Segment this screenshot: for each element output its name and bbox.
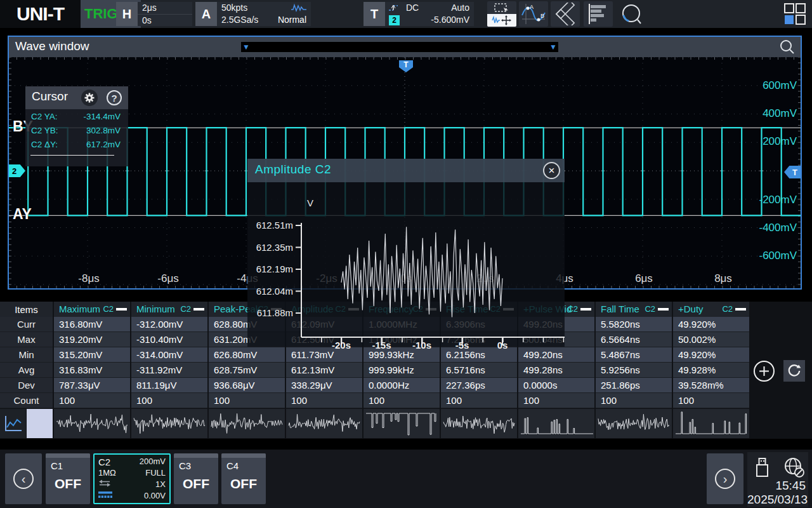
cursor-ab-button[interactable]: AB — [519, 1, 548, 27]
voltage-label: 600mV — [752, 80, 797, 91]
measure-legend-dash — [580, 308, 591, 311]
measure-cell-count: 100 — [131, 393, 207, 408]
measure-cell-dev: 227.36ps — [441, 378, 517, 393]
acquire-key[interactable]: A — [195, 2, 217, 26]
cursor-select-button[interactable] — [487, 1, 516, 27]
measure-cell-max: 50.002% — [673, 332, 749, 347]
self-cal-button[interactable] — [617, 1, 646, 27]
measure-cell-count: 100 — [441, 393, 517, 408]
cursor-ya-value: -314.4mV — [83, 112, 121, 121]
measure-cell-avg: 999.99kHz — [363, 363, 440, 378]
popup-title: Amplitude C2 — [255, 163, 331, 177]
time-label: -6μs — [146, 273, 190, 284]
acquire-waveform-icon — [291, 3, 307, 15]
card-strip — [46, 453, 90, 458]
horizontal-key[interactable]: H — [116, 2, 138, 26]
bottom-bar: ‹ C1 OFF C2 200mV 1MΩ FULL 1X 0.00V — [0, 448, 812, 508]
trend-chart-toggle[interactable] — [0, 409, 26, 438]
channel-3-id: C3 — [179, 460, 191, 471]
measure-channel: C2 — [103, 304, 114, 314]
trend-unit-label: V — [307, 197, 313, 208]
channel-2-scale: 200mV — [140, 457, 166, 466]
acquire-block[interactable]: A 50kpts 2.5GSa/s Normal — [195, 2, 311, 26]
wave-window-title: Wave window — [15, 39, 89, 53]
channel-3-card[interactable]: C3 OFF — [174, 453, 218, 504]
measure-sparkline — [673, 409, 749, 438]
measure-cell-min: 49.920% — [673, 347, 749, 363]
measure-channel: C2 — [180, 304, 191, 314]
measure-sparkline — [441, 409, 517, 438]
channel-4-card[interactable]: C4 OFF — [221, 453, 266, 504]
histogram-button[interactable] — [584, 1, 613, 27]
channel-1-card[interactable]: C1 OFF — [46, 453, 90, 504]
voltage-label: -200mV — [752, 194, 797, 206]
channels-next-button[interactable]: › — [707, 453, 743, 504]
measure-cell-avg: 49.928% — [673, 363, 749, 378]
network-disconnected-icon — [783, 456, 806, 481]
row-label-curr: Curr — [0, 317, 53, 332]
cursor-help-button[interactable]: ? — [107, 90, 122, 105]
measure-cell-curr: 5.5820ns — [596, 317, 672, 332]
time-label: 8μs — [701, 273, 745, 284]
chevron-left-icon: ‹ — [13, 469, 34, 489]
measure-legend-dash — [658, 308, 669, 311]
cursor-ya-label: C2 YA: — [31, 112, 58, 121]
measure-column-header[interactable]: Fall TimeC2 — [596, 302, 672, 317]
cursor-settings-button[interactable] — [81, 90, 98, 106]
measure-tools-icon — [553, 3, 577, 25]
scrollbar-left-marker-icon[interactable]: ▼ — [242, 42, 250, 52]
amplitude-trend-popup[interactable]: Amplitude C2 × 612.51m612.35m612.19m612.… — [247, 159, 565, 347]
measure-cell-dev: 936.68μV — [209, 378, 285, 393]
popup-body: 612.51m612.35m612.19m612.04m611.88m -20s… — [247, 182, 565, 347]
measure-cell-dev: 811.19μV — [131, 378, 207, 393]
channel-2-bandwidth: FULL — [145, 468, 166, 478]
trend-y-tick-label: 611.88m — [252, 308, 293, 318]
measure-column-header[interactable]: MinimumC2 — [131, 302, 207, 317]
channels-prev-button[interactable]: ‹ — [5, 453, 42, 504]
cursor-a-label[interactable]: AY — [13, 206, 32, 223]
window-zoom-button[interactable] — [779, 39, 796, 55]
measure-tools-button[interactable] — [551, 1, 580, 27]
measure-cell-dev: 39.528m% — [673, 378, 749, 393]
refresh-icon — [787, 363, 802, 378]
reset-statistics-button[interactable] — [783, 360, 805, 382]
measure-column-header[interactable]: MaximumC2 — [54, 302, 130, 317]
trigger-level-value: -5.600mV — [426, 14, 474, 26]
trigger-key[interactable]: T — [363, 2, 385, 26]
cursor-yb-label: C2 YB: — [31, 126, 58, 135]
channel-2-card[interactable]: C2 200mV 1MΩ FULL 1X 0.00V — [93, 453, 171, 504]
trend-x-tick-label: -15s — [364, 340, 400, 351]
channel-3-state: OFF — [174, 476, 218, 491]
cursor-dy-value: 617.2mV — [86, 140, 121, 149]
window-layout-button[interactable] — [780, 1, 809, 27]
horizontal-position-scrollbar[interactable]: ▼ ▼ — [241, 42, 558, 52]
measure-sparkline — [363, 409, 440, 438]
add-measure-button[interactable] — [754, 361, 775, 382]
trigger-block[interactable]: T DC Auto 2 -5.600mV — [363, 2, 474, 26]
row-label-max: Max — [0, 332, 53, 347]
measure-sparkline — [596, 409, 672, 438]
items-header: Items — [0, 302, 53, 317]
voltage-label: 200mV — [752, 136, 797, 147]
channel-4-id: C4 — [226, 460, 239, 471]
cursor-row-ya: C2 YA: -314.4mV — [25, 110, 128, 124]
trigger-source-badge: 2 — [389, 15, 400, 25]
trigger-slope-icon — [388, 3, 402, 15]
cursor-panel[interactable]: Cursor ? C2 YA: -314.4mV C2 YB: 302.8mV — [25, 86, 128, 166]
items-footer-cell — [0, 409, 53, 438]
cursor-ab-icon: AB — [521, 3, 546, 25]
horizontal-block[interactable]: H 2μs 0s — [116, 2, 192, 26]
measure-cell-min: 499.20ns — [518, 347, 594, 363]
system-info-panel[interactable]: 15:45 2025/03/13 — [747, 452, 808, 507]
cursor-row-dy: C2 ΔY: 617.2mV — [25, 138, 128, 152]
measure-cell-avg: 612.13mV — [286, 363, 362, 378]
measure-column-header[interactable]: +DutyC2 — [673, 302, 749, 317]
scrollbar-right-marker-icon[interactable]: ▼ — [549, 42, 557, 52]
measure-cell-curr: -312.00mV — [131, 317, 207, 332]
stat-color-swatch[interactable] — [27, 409, 53, 438]
popup-header[interactable]: Amplitude C2 × — [247, 159, 565, 182]
popup-close-button[interactable]: × — [543, 162, 560, 179]
top-bar: UNI-T TRIGED H 2μs 0s A 50kpts 2.5GSa/s … — [0, 0, 812, 28]
measure-cell-min: 315.20mV — [54, 347, 130, 363]
measure-cell-max: 319.20mV — [54, 332, 130, 347]
